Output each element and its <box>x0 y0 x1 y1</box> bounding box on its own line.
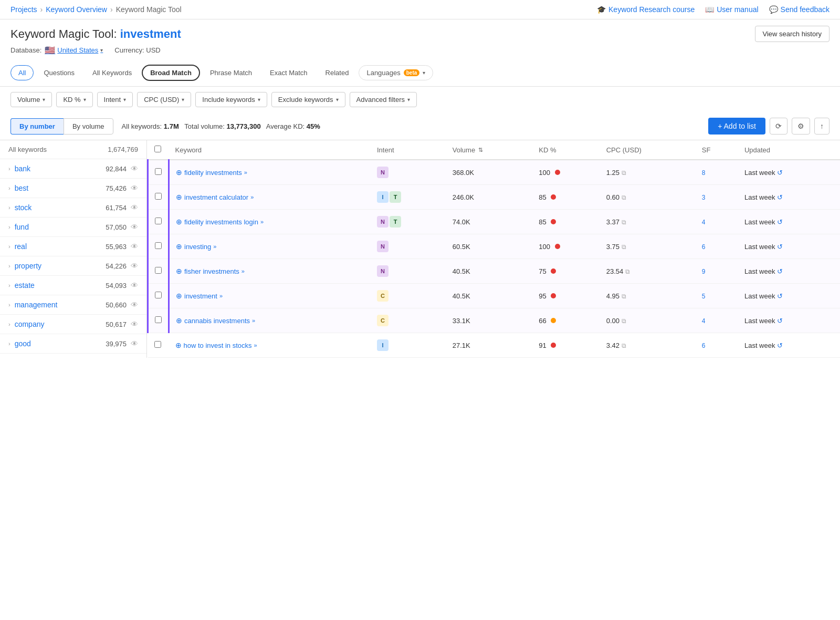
database-row: Database: 🇺🇸 United States ▾ Currency: U… <box>10 45 830 55</box>
select-all-checkbox[interactable] <box>154 146 161 152</box>
kd-filter[interactable]: KD % ▾ <box>56 92 92 107</box>
sf-link[interactable]: 9 <box>702 268 706 275</box>
sort-by-number-button[interactable]: By number <box>10 118 64 135</box>
eye-icon[interactable]: 👁 <box>131 203 138 212</box>
export-button[interactable]: ↑ <box>814 118 830 135</box>
row-checkbox[interactable] <box>155 218 162 224</box>
sidebar-item-company[interactable]: › company 50,617 👁 <box>0 315 146 334</box>
eye-icon[interactable]: 👁 <box>131 301 138 309</box>
tab-all[interactable]: All <box>10 65 34 80</box>
sidebar-item-bank[interactable]: › bank 92,844 👁 <box>0 159 146 179</box>
add-to-list-button[interactable]: + Add to list <box>708 118 765 135</box>
exclude-keywords-filter[interactable]: Exclude keywords ▾ <box>271 92 345 107</box>
eye-icon[interactable]: 👁 <box>131 339 138 348</box>
sidebar-item-real[interactable]: › real 55,963 👁 <box>0 237 146 256</box>
refresh-icon[interactable]: ↺ <box>777 193 783 201</box>
sidebar-item-fund[interactable]: › fund 57,050 👁 <box>0 218 146 237</box>
row-checkbox[interactable] <box>155 242 162 249</box>
row-checkbox[interactable] <box>154 341 161 348</box>
eye-icon[interactable]: 👁 <box>131 184 138 192</box>
tab-exact-match[interactable]: Exact Match <box>262 65 316 80</box>
sidebar-item-management[interactable]: › management 50,660 👁 <box>0 295 146 315</box>
sf-link[interactable]: 6 <box>702 243 706 251</box>
sidebar-item-estate[interactable]: › estate 54,093 👁 <box>0 276 146 295</box>
arrows-icon: » <box>260 219 264 225</box>
copy-icon[interactable]: ⧉ <box>622 342 626 349</box>
tab-broad-match[interactable]: Broad Match <box>142 65 200 81</box>
breadcrumb-projects[interactable]: Projects <box>10 5 37 14</box>
research-course-link[interactable]: 🎓 Keyword Research course <box>597 5 695 14</box>
sf-link[interactable]: 5 <box>702 293 706 300</box>
eye-icon[interactable]: 👁 <box>131 262 138 270</box>
tab-all-keywords[interactable]: All Keywords <box>85 65 140 80</box>
user-manual-link[interactable]: 📖 User manual <box>705 5 758 14</box>
refresh-icon[interactable]: ↺ <box>777 317 783 325</box>
row-checkbox[interactable] <box>155 168 162 175</box>
main-content: All keywords 1,674,769 › bank 92,844 👁 ›… <box>0 140 840 358</box>
eye-icon[interactable]: 👁 <box>131 320 138 328</box>
keyword-link[interactable]: ⊕ cannabis investments » <box>176 316 364 325</box>
send-feedback-link[interactable]: 💬 Send feedback <box>769 5 830 14</box>
kd-dot <box>551 293 556 298</box>
chevron-right-icon: › <box>8 224 10 230</box>
refresh-icon[interactable]: ↺ <box>777 218 783 226</box>
copy-icon[interactable]: ⧉ <box>622 169 626 177</box>
breadcrumb-keyword-overview[interactable]: Keyword Overview <box>46 5 107 14</box>
th-volume[interactable]: Volume ⇅ <box>446 140 533 160</box>
advanced-filters[interactable]: Advanced filters ▾ <box>350 92 417 107</box>
copy-icon[interactable]: ⧉ <box>622 219 626 226</box>
keyword-link[interactable]: ⊕ investing » <box>176 242 364 251</box>
row-checkbox[interactable] <box>155 316 162 323</box>
eye-icon[interactable]: 👁 <box>131 223 138 231</box>
refresh-icon[interactable]: ↺ <box>777 243 783 251</box>
refresh-button[interactable]: ⟳ <box>770 118 788 135</box>
volume-filter[interactable]: Volume ▾ <box>10 92 52 107</box>
sf-link[interactable]: 4 <box>702 317 706 325</box>
sf-link[interactable]: 4 <box>702 219 706 226</box>
copy-icon[interactable]: ⧉ <box>622 317 626 325</box>
sort-by-volume-button[interactable]: By volume <box>64 118 113 135</box>
sf-link[interactable]: 6 <box>702 342 706 349</box>
include-keywords-filter[interactable]: Include keywords ▾ <box>195 92 267 107</box>
copy-icon[interactable]: ⧉ <box>625 268 630 275</box>
tabs-row: All Questions All Keywords Broad Match P… <box>0 59 840 87</box>
chevron-right-icon: › <box>8 243 10 250</box>
refresh-icon[interactable]: ↺ <box>777 342 783 349</box>
copy-icon[interactable]: ⧉ <box>622 194 626 201</box>
cpc-filter[interactable]: CPC (USD) ▾ <box>137 92 191 107</box>
tab-phrase-match[interactable]: Phrase Match <box>202 65 260 80</box>
book-icon: 📖 <box>705 5 714 14</box>
settings-button[interactable]: ⚙ <box>792 118 810 135</box>
eye-icon[interactable]: 👁 <box>131 242 138 251</box>
keyword-link[interactable]: ⊕ fidelity investments login » <box>176 218 364 226</box>
eye-icon[interactable]: 👁 <box>131 281 138 290</box>
refresh-icon[interactable]: ↺ <box>777 169 783 177</box>
copy-icon[interactable]: ⧉ <box>622 293 626 300</box>
view-search-history-button[interactable]: View search history <box>755 26 830 42</box>
row-checkbox[interactable] <box>155 193 162 200</box>
keyword-link[interactable]: ⊕ how to invest in stocks » <box>175 341 365 349</box>
database-selector[interactable]: 🇺🇸 United States ▾ <box>45 45 103 55</box>
keyword-link[interactable]: ⊕ investment calculator » <box>176 193 364 201</box>
sf-link[interactable]: 8 <box>702 169 706 177</box>
row-checkbox[interactable] <box>155 292 162 298</box>
keyword-link[interactable]: ⊕ investment » <box>176 292 364 300</box>
refresh-icon[interactable]: ↺ <box>777 292 783 300</box>
keyword-link[interactable]: ⊕ fisher investments » <box>176 267 364 275</box>
cpc-cell: 1.25 ⧉ <box>600 160 696 185</box>
row-checkbox[interactable] <box>155 267 162 274</box>
intent-filter[interactable]: Intent ▾ <box>97 92 133 107</box>
keyword-link[interactable]: ⊕ fidelity investments » <box>176 168 364 177</box>
sidebar-item-good[interactable]: › good 39,975 👁 <box>0 334 146 354</box>
sidebar-item-property[interactable]: › property 54,226 👁 <box>0 256 146 276</box>
table-row: ⊕ fisher investments » N 40.5K 75 23.54 … <box>148 259 841 284</box>
languages-dropdown[interactable]: Languages beta ▾ <box>359 65 433 80</box>
tab-questions[interactable]: Questions <box>36 65 82 80</box>
eye-icon[interactable]: 👁 <box>131 164 138 173</box>
sidebar-item-best[interactable]: › best 75,426 👁 <box>0 179 146 198</box>
sf-link[interactable]: 3 <box>702 194 706 201</box>
refresh-icon[interactable]: ↺ <box>777 267 783 275</box>
tab-related[interactable]: Related <box>318 65 357 80</box>
sidebar-item-stock[interactable]: › stock 61,754 👁 <box>0 198 146 218</box>
copy-icon[interactable]: ⧉ <box>622 243 626 251</box>
